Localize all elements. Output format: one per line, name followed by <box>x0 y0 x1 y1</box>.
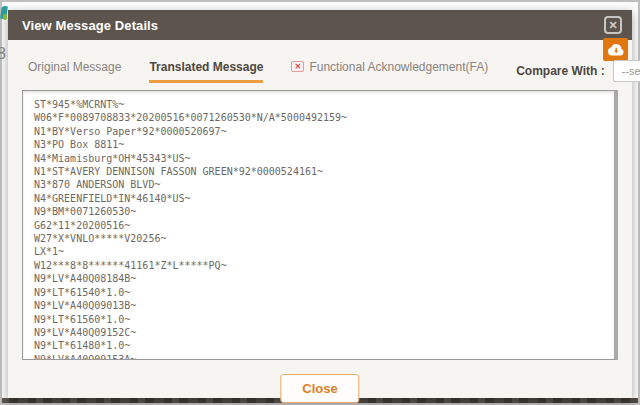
message-line: N4*GREENFIELD*IN*46140*US~ <box>34 192 603 205</box>
tab-translated-message[interactable]: Translated Message <box>149 60 263 83</box>
message-line: N9*LV*A40Q08184B~ <box>34 272 603 285</box>
modal-title: View Message Details <box>22 18 158 33</box>
message-line: N3*870 ANDERSON BLVD~ <box>34 178 603 191</box>
message-line: W12***8*8******41161*Z*L*****PQ~ <box>34 259 603 272</box>
modal-header: View Message Details ✕ <box>8 10 632 40</box>
message-line: N9*LT*61480*1.0~ <box>34 339 603 352</box>
fa-error-icon: ✕ <box>291 61 304 72</box>
message-line: W06*F*0089708833*20200516*0071260530*N/A… <box>34 111 603 124</box>
message-line: N3*PO Box 8811~ <box>34 138 603 151</box>
message-line: N9*LV*A40Q09152C~ <box>34 326 603 339</box>
message-line: LX*1~ <box>34 245 603 258</box>
tab-fa-label: Functional Acknowledgement(FA) <box>309 60 488 74</box>
message-line: N9*LT*61560*1.0~ <box>34 313 603 326</box>
screenshot-root: 8 View Message Details ✕ Original Messag… <box>0 0 640 405</box>
translated-message-textarea[interactable]: ST*945*%MCRNT%~W06*F*0089708833*20200516… <box>22 90 618 360</box>
message-line: N1*ST*AVERY DENNISON FASSON GREEN*92*000… <box>34 165 603 178</box>
background-logo-fragment <box>3 14 7 20</box>
view-message-details-modal: View Message Details ✕ Original Message … <box>8 10 632 398</box>
message-line: N9*LV*A40Q09013B~ <box>34 299 603 312</box>
close-button[interactable]: Close <box>280 374 359 403</box>
message-line: N1*BY*Verso Paper*92*0000520697~ <box>34 125 603 138</box>
message-line: ST*945*%MCRNT%~ <box>34 98 603 111</box>
tabs-row: Original Message Translated Message ✕ Fu… <box>8 56 632 86</box>
message-line: N9*LT*61540*1.0~ <box>34 286 603 299</box>
select-value: --select-- <box>622 65 640 77</box>
message-line: W27*X*VNLO*****V20256~ <box>34 232 603 245</box>
compare-with-label: Compare With : <box>516 64 605 78</box>
message-line: N4*Miamisburg*OH*45343*US~ <box>34 152 603 165</box>
tab-original-message[interactable]: Original Message <box>28 60 121 83</box>
cloud-download-icon <box>606 43 625 57</box>
close-icon[interactable]: ✕ <box>604 16 622 34</box>
compare-with-select[interactable]: --select-- <box>613 60 640 82</box>
message-line: N9*BM*0071260530~ <box>34 205 603 218</box>
message-line: N9*LV*A40Q09153A~ <box>34 353 603 360</box>
tab-functional-acknowledgement[interactable]: ✕ Functional Acknowledgement(FA) <box>291 60 488 83</box>
background-partial-text: 8 <box>0 45 6 63</box>
compare-with-group: Compare With : --select-- <box>516 60 640 82</box>
message-line: G62*11*20200516~ <box>34 219 603 232</box>
